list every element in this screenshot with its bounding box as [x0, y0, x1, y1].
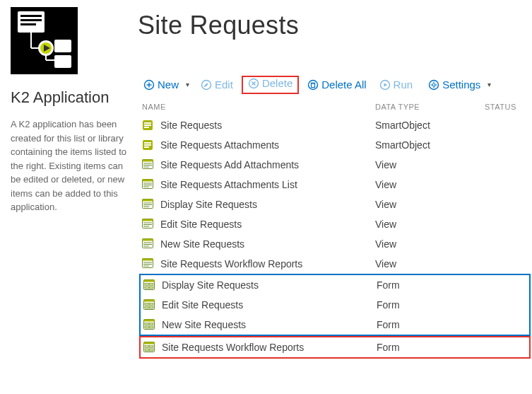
- table-row[interactable]: Edit Site RequestsView: [138, 214, 532, 234]
- view-icon: [142, 238, 155, 250]
- row-type: SmartObject: [375, 139, 485, 151]
- row-type: View: [375, 199, 485, 210]
- row-name: New Site Requests: [162, 319, 377, 330]
- form-icon: [143, 342, 156, 353]
- table-row[interactable]: New Site RequestsView: [138, 234, 532, 254]
- svg-rect-88: [144, 342, 155, 344]
- row-type: SmartObject: [375, 120, 485, 131]
- svg-rect-2: [20, 19, 42, 21]
- row-name: Site Requests Add Attachments: [160, 159, 375, 170]
- smartobject-icon: [142, 120, 155, 131]
- col-header-name[interactable]: NAME: [142, 103, 375, 111]
- svg-rect-70: [144, 279, 155, 282]
- items-list: Site RequestsSmartObjectSite Requests At…: [138, 115, 532, 359]
- svg-rect-36: [144, 142, 151, 144]
- table-row[interactable]: Site Requests Workflow ReportsForm: [141, 337, 529, 357]
- svg-rect-34: [144, 127, 149, 128]
- delete-label: Delete: [262, 77, 292, 89]
- form-rows-highlight-blue: Display Site RequestsFormEdit Site Reque…: [139, 274, 531, 336]
- row-type: View: [375, 159, 485, 170]
- row-name: Edit Site Requests: [160, 219, 375, 230]
- view-icon: [142, 258, 155, 270]
- new-label: New: [158, 79, 179, 91]
- row-name: Display Site Requests: [162, 279, 377, 291]
- svg-rect-90: [150, 345, 154, 347]
- form-row-highlight-red: Site Requests Workflow ReportsForm: [139, 336, 531, 359]
- row-type: Form: [377, 299, 486, 311]
- svg-marker-24: [384, 83, 387, 86]
- row-type: View: [375, 238, 485, 250]
- row-name: Site Requests Attachments: [160, 139, 375, 151]
- svg-rect-12: [54, 55, 71, 68]
- row-name: Site Requests Workflow Reports: [162, 342, 377, 353]
- row-type: Form: [377, 319, 486, 330]
- table-row[interactable]: Site Requests AttachmentsSmartObject: [138, 135, 532, 155]
- table-header: NAME DATA TYPE STATUS: [138, 100, 532, 115]
- svg-rect-78: [150, 303, 154, 305]
- plus-circle-icon: [143, 79, 155, 91]
- sidebar-description: A K2 application has been created for th…: [11, 117, 127, 214]
- row-name: Site Requests Attachments List: [160, 179, 375, 190]
- trash-circle-icon: [307, 79, 319, 91]
- row-type: Form: [377, 279, 486, 291]
- table-row[interactable]: Site RequestsSmartObject: [138, 115, 532, 135]
- edit-button[interactable]: Edit: [198, 79, 236, 91]
- table-row[interactable]: Display Site RequestsView: [138, 195, 532, 214]
- svg-rect-91: [145, 349, 149, 351]
- form-icon: [143, 319, 156, 330]
- row-name: Display Site Requests: [160, 199, 375, 210]
- table-row[interactable]: Site Requests Workflow ReportsView: [138, 254, 532, 274]
- svg-rect-32: [144, 122, 151, 124]
- table-row[interactable]: New Site RequestsForm: [141, 315, 529, 335]
- run-label: Run: [394, 79, 413, 91]
- svg-rect-55: [143, 219, 153, 221]
- settings-dropdown-arrow[interactable]: ▾: [486, 81, 492, 88]
- svg-rect-74: [150, 286, 154, 289]
- svg-rect-60: [143, 238, 153, 241]
- view-icon: [142, 159, 155, 170]
- svg-rect-79: [145, 306, 149, 308]
- svg-rect-80: [150, 306, 154, 308]
- svg-rect-3: [20, 23, 36, 25]
- play-circle-icon: [379, 79, 391, 91]
- delete-all-label: Delete All: [321, 79, 366, 91]
- view-icon: [142, 199, 155, 210]
- col-header-status[interactable]: STATUS: [485, 103, 532, 111]
- edit-label: Edit: [215, 79, 233, 91]
- run-button[interactable]: Run: [377, 79, 416, 91]
- svg-rect-73: [145, 286, 149, 289]
- svg-rect-65: [143, 258, 153, 260]
- svg-rect-0: [18, 11, 45, 33]
- svg-rect-85: [145, 326, 149, 328]
- delete-highlight: Delete: [242, 76, 299, 94]
- svg-rect-72: [150, 283, 154, 285]
- table-row[interactable]: Edit Site RequestsForm: [141, 295, 529, 315]
- gear-circle-icon: [428, 79, 439, 91]
- row-name: New Site Requests: [160, 238, 375, 250]
- new-button[interactable]: New: [141, 79, 182, 91]
- svg-rect-33: [144, 124, 151, 126]
- page-title: Site Requests: [138, 11, 532, 40]
- k2-application-icon: [11, 7, 78, 74]
- table-row[interactable]: Site Requests Add AttachmentsView: [138, 155, 532, 175]
- row-type: View: [375, 258, 485, 270]
- sidebar-title: K2 Application: [11, 88, 127, 107]
- form-icon: [143, 299, 156, 311]
- settings-button[interactable]: Settings: [425, 79, 483, 91]
- delete-all-button[interactable]: Delete All: [305, 79, 369, 91]
- view-icon: [142, 219, 155, 230]
- svg-rect-40: [143, 159, 153, 161]
- table-row[interactable]: Display Site RequestsForm: [141, 275, 529, 295]
- svg-rect-45: [143, 179, 153, 181]
- new-dropdown-arrow[interactable]: ▾: [184, 81, 191, 88]
- col-header-datatype[interactable]: DATA TYPE: [375, 103, 485, 111]
- svg-rect-76: [144, 299, 155, 301]
- svg-rect-1: [20, 15, 42, 17]
- delete-button[interactable]: Delete: [245, 77, 295, 89]
- svg-rect-37: [144, 144, 151, 146]
- svg-rect-82: [144, 319, 155, 321]
- table-row[interactable]: Site Requests Attachments ListView: [138, 175, 532, 195]
- svg-rect-89: [145, 345, 149, 347]
- row-type: Form: [377, 342, 486, 353]
- svg-point-20: [309, 80, 318, 89]
